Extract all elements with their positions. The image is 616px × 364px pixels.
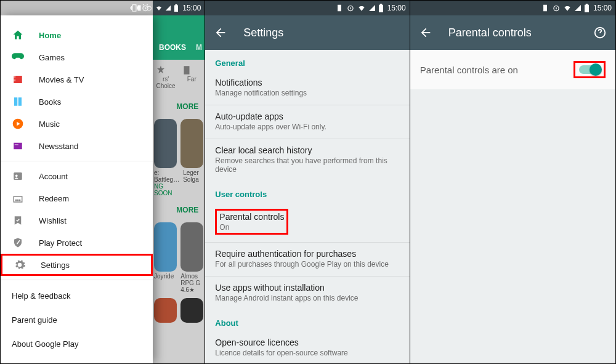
nav-item-music[interactable]: Music (1, 113, 153, 135)
help-icon[interactable] (593, 26, 607, 39)
nav-item-about[interactable]: About Google Play (1, 332, 153, 356)
app-thumb[interactable] (154, 298, 177, 323)
play-header-strip (153, 15, 205, 35)
nav-item-home[interactable]: Home (1, 24, 153, 46)
back-arrow-icon[interactable] (419, 26, 432, 39)
svg-point-15 (19, 200, 20, 201)
nav-label: Movies & TV (39, 75, 84, 84)
settings-list: GeneralNotificationsManage notification … (205, 50, 409, 363)
battery-icon (378, 4, 384, 12)
svg-rect-18 (543, 5, 547, 12)
nav-label: Newsstand (39, 142, 78, 151)
wifi-icon (155, 4, 163, 12)
app-thumb[interactable] (180, 298, 203, 323)
settings-item[interactable]: NotificationsManage notification setting… (205, 71, 409, 105)
signal-icon (368, 4, 376, 12)
battery-icon (174, 4, 179, 12)
settings-item[interactable]: Auto-update appsAuto-update apps over Wi… (205, 105, 409, 139)
more-link[interactable]: MORE (153, 198, 205, 222)
nav-label: Home (39, 31, 61, 40)
wifi-icon (563, 4, 572, 12)
svg-point-11 (15, 174, 18, 177)
account-icon (12, 170, 24, 182)
nav-label: Games (39, 53, 65, 62)
tile-name: Leger (183, 169, 203, 176)
statusbar: 15:00 (410, 1, 615, 15)
nav-label: Settings (41, 261, 70, 270)
settings-item-title: Auto-update apps (215, 111, 399, 121)
status-clock: 15:00 (387, 4, 406, 12)
settings-item-subtitle: Manage notification settings (215, 89, 399, 97)
alarm-icon (552, 4, 561, 12)
nav-item-settings[interactable]: Settings (1, 254, 153, 276)
play-store-content: rs' Choice Far MORE e: Battleg…NG SOON L… (153, 60, 205, 363)
screen-play-drawer: 15:00 15:00 BOOKS M rs' Choice (1, 1, 205, 363)
settings-item-subtitle: On (219, 223, 284, 232)
nav-item-parentguide[interactable]: Parent guide (1, 308, 153, 332)
film-icon (12, 73, 24, 86)
music-icon (12, 118, 24, 130)
back-arrow-icon[interactable] (214, 26, 227, 39)
nav-item-books[interactable]: Books (1, 91, 153, 113)
nav-item-account[interactable]: Account (1, 165, 153, 187)
nav-item-wishlist[interactable]: Wishlist (1, 209, 153, 232)
nav-label: Wishlist (39, 216, 67, 225)
vibrate-icon (335, 4, 344, 12)
tile-name: e: Battleg… (154, 169, 179, 183)
vibrate-icon (136, 4, 143, 12)
tile-name: Far (181, 76, 202, 83)
parental-body: Parental controls are on (410, 50, 615, 363)
nav-item-playprotect[interactable]: Play Protect (1, 232, 153, 254)
tile-sub: Solga (183, 176, 203, 183)
nav-item-newsstand[interactable]: Newsstand (1, 135, 153, 157)
book-icon (12, 95, 24, 108)
nav-item-games[interactable]: Games (1, 46, 153, 68)
settings-item[interactable]: Open-source licencesLicence details for … (205, 331, 409, 363)
toggle-label: Parental controls are on (420, 65, 518, 75)
screen-parental-controls: 15:00 Parental controls Parental control… (410, 1, 615, 363)
alarm-icon (346, 4, 355, 12)
settings-item-subtitle: For all purchases through Google Play on… (215, 260, 399, 269)
svg-point-14 (17, 200, 18, 201)
nav-item-help[interactable]: Help & feedback (1, 284, 153, 308)
svg-rect-8 (14, 143, 22, 150)
settings-item-subtitle: Licence details for open-source software (215, 349, 399, 357)
vibrate-icon (541, 4, 549, 12)
settings-item-subtitle: Remove searches that you have performed … (215, 156, 399, 174)
more-link[interactable]: MORE (153, 94, 205, 119)
settings-item-subtitle: Auto-update apps over Wi-Fi only. (215, 123, 399, 131)
svg-rect-9 (15, 144, 18, 145)
nav-label: Music (39, 119, 60, 129)
settings-item[interactable]: Parental controlsOn (205, 203, 409, 242)
battery-icon (584, 4, 590, 12)
tile-sub: RPG G (180, 280, 203, 286)
svg-rect-6 (14, 79, 15, 81)
settings-item[interactable]: Clear local search historyRemove searche… (205, 139, 409, 181)
tile-rating: 4.6★ (180, 286, 203, 293)
nav-item-movies[interactable]: Movies & TV (1, 68, 153, 91)
tab-books[interactable]: BOOKS (153, 43, 192, 52)
divider (1, 161, 153, 161)
tab-more[interactable]: M (192, 43, 205, 52)
app-thumb[interactable] (180, 222, 203, 272)
svg-rect-5 (14, 76, 15, 78)
app-thumb[interactable] (154, 222, 177, 272)
redeem-icon (12, 192, 24, 204)
settings-item[interactable]: Use apps without installationManage Andr… (205, 277, 409, 310)
parental-toggle[interactable] (573, 61, 606, 78)
statusbar-bg-strip: 15:00 (153, 1, 205, 15)
signal-icon (574, 4, 582, 12)
nav-item-redeem[interactable]: Redeem (1, 187, 153, 209)
svg-point-13 (15, 200, 17, 201)
settings-item-title: Notifications (215, 78, 399, 87)
divider (1, 280, 153, 280)
gear-icon (14, 259, 26, 271)
nav-label: Account (39, 172, 68, 181)
app-thumb[interactable] (154, 119, 177, 168)
wishlist-icon (12, 214, 24, 227)
app-thumb[interactable] (180, 119, 203, 168)
appbar: Settings (205, 15, 409, 50)
settings-item[interactable]: Require authentication for purchasesFor … (205, 243, 409, 276)
settings-item-title: Use apps without installation (215, 283, 399, 293)
nav-label: Books (39, 97, 61, 107)
